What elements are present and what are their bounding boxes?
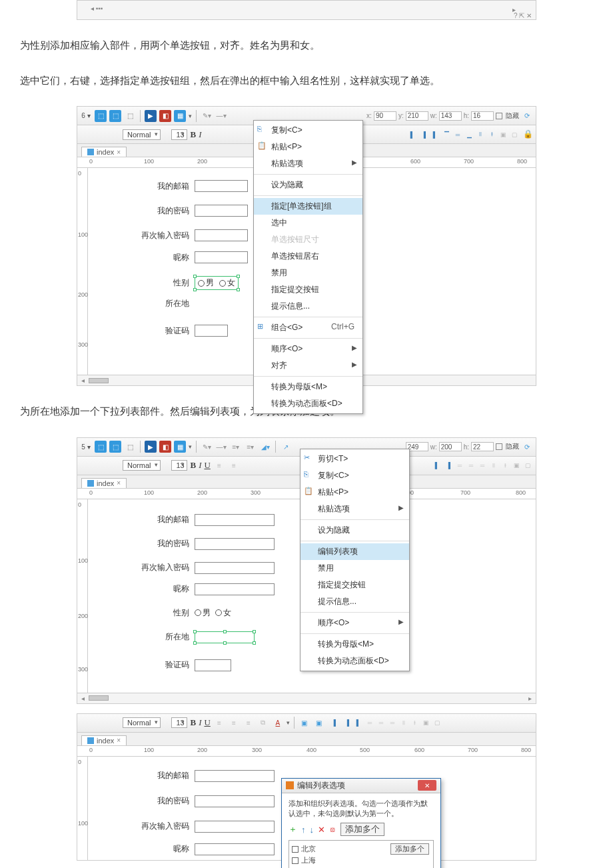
style-dropdown[interactable]: Normal (123, 129, 161, 140)
input-password2[interactable] (195, 821, 275, 833)
al2[interactable]: ▐ (443, 460, 454, 471)
menu-item[interactable]: 粘贴选项▶ (301, 501, 409, 517)
tab-index[interactable]: index × (81, 478, 127, 488)
list-item[interactable]: 上海 (292, 855, 430, 866)
input-email[interactable] (195, 770, 275, 782)
dropdown-selected[interactable] (195, 631, 255, 643)
input-nick[interactable] (195, 251, 248, 263)
menu-item[interactable]: 禁用 (254, 265, 362, 281)
a6[interactable]: ═ (387, 717, 398, 728)
menu-item[interactable]: 粘贴<P>📋 (301, 484, 409, 501)
tool-icon-1[interactable]: ⬚ (95, 110, 107, 122)
menu-item[interactable]: 选中 (254, 215, 362, 231)
radio-male[interactable] (198, 280, 205, 287)
down-icon[interactable]: ↓ (310, 825, 314, 835)
fill-icon[interactable]: ◢▾ (259, 441, 271, 453)
image-icon[interactable]: ▦ (174, 110, 186, 122)
italic-button[interactable]: I (199, 460, 201, 471)
a7[interactable]: ⫴ (398, 717, 409, 728)
arrow-icon[interactable]: ↗ (280, 441, 292, 453)
menu-item[interactable]: 指定[单选按钮]组 (254, 198, 362, 215)
sq2[interactable]: ▣ (313, 717, 325, 729)
bold-button[interactable]: B (190, 717, 196, 728)
style-dropdown[interactable]: Normal (123, 460, 161, 471)
radio-male[interactable] (195, 609, 201, 616)
input-password[interactable] (195, 538, 275, 550)
dialog-titlebar[interactable]: 编辑列表选项 ✕ (282, 779, 440, 793)
menu-item[interactable]: 提示信息... (254, 298, 362, 315)
style-dropdown[interactable]: Normal (123, 717, 161, 728)
fontsize-dropdown[interactable]: 13 (171, 460, 187, 471)
radio-female[interactable] (219, 280, 226, 287)
item-checkbox[interactable] (292, 846, 299, 853)
tool-icon-3[interactable]: ⬚ (124, 441, 136, 453)
input-email[interactable] (195, 514, 275, 526)
menu-item[interactable]: 转换为母版<M> (301, 636, 409, 653)
delete-icon[interactable]: ✕ (318, 825, 325, 835)
menu-item[interactable]: 复制<C>⎘ (301, 467, 409, 484)
canvas[interactable]: 我的邮箱 我的密码 再次输入密码 昵称 性别 男 女 所在地 验 (88, 168, 536, 375)
input-nick[interactable] (195, 583, 275, 595)
close-icon[interactable]: × (117, 479, 121, 487)
tool-icon-1[interactable]: ⬚ (95, 441, 107, 453)
dist-v-icon[interactable]: ⫲ (486, 129, 497, 140)
input-password2[interactable] (195, 229, 248, 241)
hide-checkbox[interactable] (496, 443, 502, 450)
txtC[interactable]: ≡ (228, 717, 240, 729)
align-bottom-icon[interactable]: ▁ (464, 129, 474, 140)
radio-group-selected[interactable]: 男 女 (195, 276, 239, 290)
refresh-icon[interactable]: ⟳ (521, 441, 533, 453)
input-password[interactable] (195, 795, 275, 807)
a4[interactable]: ═ (364, 717, 375, 728)
close-icon[interactable]: × (117, 737, 121, 744)
align-left-icon[interactable]: ▌ (407, 129, 418, 140)
menu-item[interactable]: 提示信息... (301, 593, 409, 610)
al9[interactable]: ▢ (522, 460, 533, 471)
dist-h-icon[interactable]: ⫴ (475, 129, 486, 140)
underline-button[interactable]: U (204, 717, 210, 728)
menu-item[interactable]: 设为隐藏 (301, 522, 409, 539)
menu-item[interactable]: 组合<G>⊞Ctrl+G (254, 319, 362, 336)
coord-h[interactable]: 16 (471, 111, 494, 121)
menu-item[interactable]: 转换为动态面板<D> (301, 653, 409, 669)
txtL[interactable]: ≡ (213, 717, 225, 729)
add-multi-button[interactable]: 添加多个 (340, 823, 384, 836)
canvas[interactable]: 我的邮箱 我的密码 再次输入密码 昵称 性别 男 女 所在地 (88, 499, 536, 693)
input-email[interactable] (195, 180, 248, 192)
input-captcha[interactable] (195, 325, 228, 337)
txtR[interactable]: ≡ (243, 717, 255, 729)
sq1[interactable]: ▣ (299, 717, 310, 729)
input-password[interactable] (195, 205, 248, 217)
bold-button[interactable]: B (190, 460, 196, 471)
align-middle-icon[interactable]: ═ (452, 129, 463, 140)
menu-item[interactable]: 编辑列表项 (301, 543, 409, 560)
fontsize-dropdown[interactable]: 13 (171, 717, 187, 728)
menu-item[interactable]: 转换为母版<M> (254, 379, 362, 395)
menu-item[interactable]: 指定提交按钮 (254, 281, 362, 298)
a5[interactable]: ═ (376, 717, 386, 728)
canvas[interactable]: 我的邮箱 我的密码 再次输入密码 昵称 编辑列表选项 ✕ 添加和组织列表选项。勾… (88, 757, 536, 860)
coord-h[interactable]: 22 (471, 442, 494, 451)
menu-item[interactable]: 对齐▶ (254, 357, 362, 374)
menu-item[interactable]: 转换为动态面板<D> (254, 395, 362, 412)
menu-item[interactable]: 单选按钮居右 (254, 248, 362, 265)
line-icon[interactable]: —▾ (215, 110, 227, 122)
menu-item[interactable]: 顺序<O>▶ (301, 615, 409, 631)
a2[interactable]: ▐ (342, 717, 352, 728)
al6[interactable]: ⫴ (488, 460, 499, 471)
refresh-icon[interactable]: ⟳ (521, 110, 533, 122)
coord-w[interactable]: 143 (439, 111, 462, 121)
dialog-close-button[interactable]: ✕ (418, 780, 436, 791)
more2-icon[interactable]: ≡▾ (245, 441, 257, 453)
coord-w[interactable]: 200 (439, 442, 462, 451)
hscroll[interactable]: ◂▸ (77, 693, 536, 703)
input-captcha[interactable] (195, 659, 231, 671)
front-icon[interactable]: ▣ (498, 129, 508, 140)
radio-female[interactable] (215, 609, 222, 616)
play-icon[interactable]: ▶ (145, 110, 157, 122)
italic-button[interactable]: I (199, 717, 201, 728)
a1[interactable]: ▌ (330, 717, 341, 728)
a3[interactable]: ▌ (353, 717, 364, 728)
menu-item[interactable]: 粘贴<P>📋 (254, 139, 362, 155)
align-center-icon[interactable]: ▐ (418, 129, 429, 140)
